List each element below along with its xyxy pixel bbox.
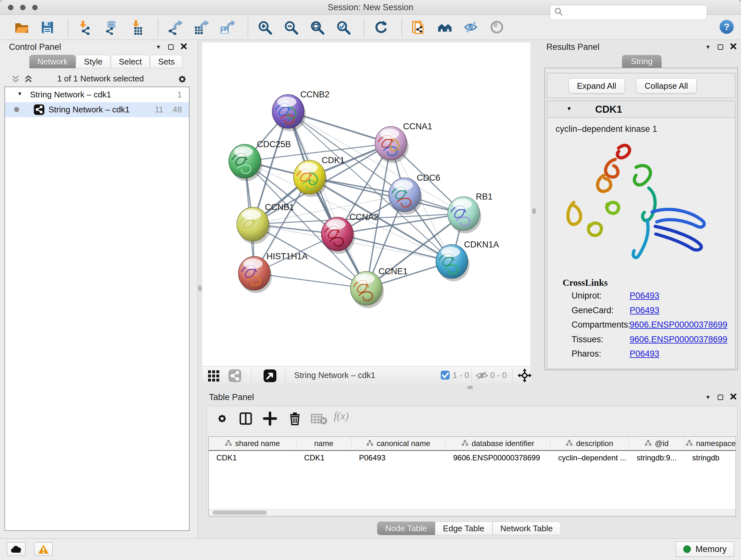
node-CCNB1[interactable]: CCNB1 <box>237 202 294 244</box>
control-panel-close-icon[interactable] <box>181 43 187 51</box>
column-header-canonical-name[interactable]: canonical name <box>351 437 446 450</box>
crosslink-link[interactable]: P06493 <box>630 291 659 301</box>
tab-network-table[interactable]: Network Table <box>492 522 561 535</box>
edge-CCNB2-CCNE1[interactable] <box>288 111 366 288</box>
column-header--id[interactable]: @id <box>629 437 684 450</box>
network-options-gear-icon[interactable] <box>176 73 188 86</box>
node-CDKN1A[interactable]: CDKN1A <box>436 240 499 281</box>
warning-status-button[interactable] <box>34 543 53 556</box>
fit-content-crosshair-icon[interactable] <box>518 368 532 384</box>
table-cell[interactable]: CDK1 <box>296 451 351 465</box>
node-CCNA1[interactable]: CCNA1 <box>375 122 432 163</box>
scrollbar-thumb[interactable] <box>212 510 267 515</box>
home-pair-icon[interactable] <box>436 19 453 36</box>
zoom-selected-icon[interactable] <box>335 19 352 36</box>
bottom-splitter-handle[interactable] <box>467 386 473 389</box>
node-CDC25B[interactable]: CDC25B <box>229 139 291 181</box>
import-network-icon[interactable] <box>77 19 93 36</box>
collapse-all-button[interactable]: Collapse All <box>636 78 697 94</box>
column-header-namespace[interactable]: namespace <box>684 437 736 450</box>
import-table-icon[interactable] <box>129 19 145 36</box>
refresh-icon[interactable] <box>373 19 389 36</box>
crosslink-link[interactable]: 9606.ENSP00000378699 <box>630 320 727 330</box>
memory-button[interactable]: Memory <box>676 542 734 557</box>
string-badge-icon[interactable] <box>228 369 242 384</box>
table-horizontal-scrollbar[interactable] <box>209 509 736 516</box>
network-row-selected[interactable]: String Network – cdk1 11 48 <box>5 102 189 117</box>
search-input[interactable] <box>563 8 697 17</box>
right-splitter-handle[interactable] <box>532 208 536 214</box>
save-session-icon[interactable] <box>39 19 56 36</box>
zoom-fit-icon[interactable] <box>309 19 326 36</box>
table-cell[interactable]: CDK1 <box>209 451 296 465</box>
network-canvas[interactable]: CCNB2CCNA1CDC25BCDK1CDC6RB1CCNB1CCNA2CDK… <box>202 43 530 366</box>
tab-network[interactable]: Network <box>29 55 76 68</box>
export-network-icon[interactable] <box>166 19 183 36</box>
table-row[interactable]: CDK1CDK1P064939606.ENSP00000378699cyclin… <box>209 451 736 465</box>
open-in-new-window-icon[interactable] <box>263 369 277 384</box>
import-database-icon[interactable] <box>103 19 119 36</box>
control-panel-float-icon[interactable] <box>168 44 174 50</box>
add-column-icon[interactable] <box>263 412 277 427</box>
column-header-database-identifier[interactable]: database identifier <box>446 437 550 450</box>
left-splitter-handle[interactable] <box>198 286 202 291</box>
table-panel-menu-icon[interactable]: ▼ <box>705 395 711 400</box>
tab-edge-table[interactable]: Edge Table <box>435 522 492 535</box>
selected-nodes-checkbox-icon[interactable] <box>441 370 450 381</box>
node-CCNB2[interactable]: CCNB2 <box>272 90 330 131</box>
table-cell[interactable]: P06493 <box>351 451 446 465</box>
share-document-icon[interactable] <box>410 19 427 36</box>
birds-eye-grid-icon[interactable] <box>207 369 221 383</box>
cdk1-entry-header[interactable]: ▼ CDK1 <box>547 101 735 118</box>
table-cell[interactable]: cyclin–dependent ... <box>550 451 629 465</box>
string-network-icon <box>34 105 44 117</box>
crosslink-link[interactable]: P06493 <box>630 349 659 359</box>
hidden-eye-slash-icon[interactable] <box>475 371 488 381</box>
collapse-all-networks-icon[interactable] <box>11 75 20 84</box>
results-panel-menu-icon[interactable]: ▼ <box>705 44 711 50</box>
zoom-in-icon[interactable] <box>257 19 273 36</box>
function-builder-icon[interactable]: f(x) <box>334 410 349 422</box>
node-CDK1[interactable]: CDK1 <box>293 155 345 197</box>
crosslink-link[interactable]: P06493 <box>630 306 659 315</box>
tab-style[interactable]: Style <box>76 55 111 68</box>
table-cell[interactable]: stringdb <box>684 451 736 465</box>
expand-all-networks-icon[interactable] <box>23 75 33 84</box>
crosslink-link[interactable]: 9606.ENSP00000378699 <box>630 334 727 345</box>
tab-node-table[interactable]: Node Table <box>377 522 435 535</box>
hide-panels-eye-icon[interactable] <box>463 19 479 36</box>
cloud-status-button[interactable] <box>7 543 25 556</box>
entry-collapse-icon[interactable]: ▼ <box>566 106 572 112</box>
network-collection-row[interactable]: ▼ String Network – cdk1 1 <box>5 87 189 102</box>
preview-orb-icon[interactable] <box>489 19 506 36</box>
table-options-gear-icon[interactable] <box>215 412 229 427</box>
edge-CDK1-RB1[interactable] <box>310 177 464 213</box>
node-HIST1H1A[interactable]: HIST1H1A <box>239 252 308 293</box>
export-table-icon[interactable] <box>193 19 209 36</box>
table-panel-float-icon[interactable] <box>718 395 723 400</box>
table-panel-close-icon[interactable] <box>730 393 737 401</box>
help-button[interactable]: ? <box>719 19 734 34</box>
tab-sets[interactable]: Sets <box>150 55 183 68</box>
collection-expand-icon[interactable]: ▼ <box>17 91 22 97</box>
results-panel-close-icon[interactable] <box>730 43 737 51</box>
control-panel-menu-icon[interactable]: ▼ <box>156 44 161 50</box>
table-cell[interactable]: 9606.ENSP00000378699 <box>446 451 550 465</box>
export-image-icon[interactable] <box>219 19 235 36</box>
tab-string[interactable]: String <box>622 55 662 68</box>
column-header-shared-name[interactable]: shared name <box>209 437 296 450</box>
zoom-out-icon[interactable] <box>283 19 299 36</box>
open-file-icon[interactable] <box>13 19 29 36</box>
results-panel-float-icon[interactable] <box>718 44 723 50</box>
column-header-description[interactable]: description <box>550 437 629 450</box>
node-RB1[interactable]: RB1 <box>448 192 493 233</box>
delete-table-icon[interactable] <box>311 414 327 426</box>
table-cell[interactable]: stringdb:9... <box>629 451 684 465</box>
expand-all-button[interactable]: Expand All <box>568 78 625 94</box>
search-box[interactable] <box>550 5 707 20</box>
node-CDC6[interactable]: CDC6 <box>389 173 441 214</box>
show-columns-icon[interactable] <box>239 412 253 427</box>
tab-select[interactable]: Select <box>111 55 150 68</box>
delete-column-trash-icon[interactable] <box>288 412 302 427</box>
column-header-name[interactable]: name <box>296 437 351 450</box>
